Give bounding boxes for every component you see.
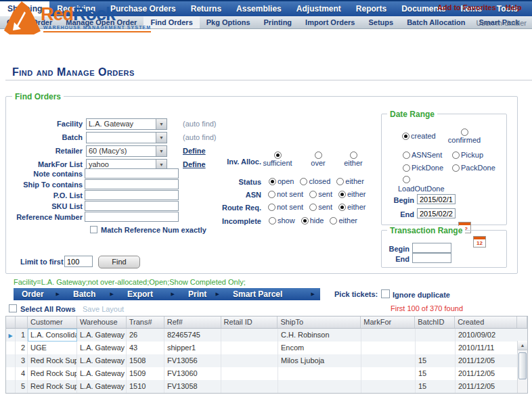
cell[interactable]: C.H. Robinson (278, 329, 361, 342)
cell[interactable]: Red Rock Supp (28, 367, 77, 380)
cell[interactable]: 15 (416, 367, 456, 380)
cell[interactable]: FV13056 (164, 354, 221, 367)
col-created[interactable]: Created (455, 316, 517, 328)
tab-adjustment[interactable]: Adjustment (289, 1, 349, 16)
col-warehouse[interactable]: Warehouse (77, 316, 127, 328)
cell[interactable]: 2011/12/05 (456, 367, 518, 380)
table-row[interactable]: 2 UGE L.A. Gateway 43 shipper1 Encom 201… (6, 342, 527, 354)
subtab-import-orders[interactable]: Import Orders (298, 16, 361, 28)
cell[interactable]: 26 (127, 329, 164, 342)
date-option-packdone[interactable]: PackDone (452, 164, 495, 172)
col-markfor[interactable]: MarkFor (361, 316, 415, 328)
date-option-pickdone[interactable]: PickDone (403, 164, 443, 172)
tab-reports[interactable]: Reports (349, 1, 394, 16)
col-shipto[interactable]: ShipTo (278, 316, 361, 328)
asn-option-sent[interactable]: sent (309, 190, 332, 198)
chevron-down-icon[interactable]: ▼ (156, 119, 167, 129)
cell[interactable]: Encom (278, 342, 361, 354)
subtab-find-orders[interactable]: Find Orders (143, 16, 199, 28)
route-req-option-either[interactable]: either (338, 203, 366, 211)
txn-begin-input[interactable] (412, 243, 451, 253)
cell[interactable]: L.A. Gateway (77, 354, 127, 367)
cell[interactable]: FV13058 (164, 380, 221, 393)
po-list-input[interactable] (85, 190, 179, 200)
col-retail-id[interactable]: Retail ID (221, 316, 278, 328)
col-customer[interactable]: Customer (28, 316, 77, 328)
cell[interactable]: 2011/12/05 (456, 354, 518, 367)
status-option-closed[interactable]: closed (300, 177, 330, 185)
cell[interactable]: 2011/12/05 (456, 380, 518, 393)
scrollbar-thumb[interactable] (518, 352, 527, 379)
cell[interactable]: 2010/09/02 (456, 329, 518, 342)
cell[interactable] (221, 354, 278, 367)
save-layout-link[interactable]: Save Layout (83, 305, 124, 313)
status-option-either[interactable]: either (336, 177, 364, 185)
batch-select[interactable]: ▼ (86, 132, 167, 143)
inv-alloc-option-sufficient[interactable]: sufficient (259, 151, 296, 167)
reference-number-input[interactable] (85, 212, 179, 222)
cell[interactable] (221, 342, 278, 354)
table-row[interactable]: ▶ 1 L.A. Consolidat L.A. Gateway 26 8246… (6, 329, 527, 342)
retailer-select[interactable]: 60 (Macy's)▼ (86, 145, 167, 157)
subtab-pkg-options[interactable]: Pkg Options (200, 16, 257, 28)
note-contains-input[interactable] (85, 168, 179, 179)
date-option-loadoutdone[interactable] (403, 175, 410, 183)
subtab-setups[interactable]: Setups (361, 16, 400, 28)
ship-to-contains-input[interactable] (85, 179, 179, 189)
cell[interactable]: 1508 (127, 354, 164, 367)
cell[interactable]: L.A. Gateway (77, 329, 127, 342)
cell[interactable]: Milos Ljuboja (278, 354, 361, 367)
cell[interactable] (361, 329, 416, 342)
route-req-option-not-sent[interactable]: not sent (268, 203, 303, 211)
print-menu-button[interactable]: Print▶ (180, 288, 225, 300)
cell[interactable]: 43 (127, 342, 164, 354)
cell[interactable]: 1509 (127, 367, 164, 380)
retailer-define-link[interactable]: Define (183, 147, 206, 155)
col-batchid[interactable]: BatchID (415, 316, 455, 328)
cell[interactable]: L.A. Gateway (77, 367, 127, 380)
sku-list-input[interactable] (85, 201, 179, 211)
facility-select[interactable]: L.A. Gateway▼ (86, 118, 167, 130)
cell[interactable]: 15 (416, 354, 456, 367)
export-menu-button[interactable]: Export▶ (119, 288, 180, 300)
cell[interactable]: FV13060 (164, 367, 221, 380)
subtab-batch-allocation[interactable]: Batch Allocation (400, 16, 472, 28)
chevron-down-icon[interactable]: ▼ (156, 133, 167, 143)
table-row[interactable]: 5 Red Rock Supp L.A. Gateway 1510 FV1305… (6, 380, 527, 393)
tab-returns[interactable]: Returns (183, 1, 229, 16)
date-option-created[interactable]: created (402, 132, 436, 140)
cell[interactable]: 15 (416, 380, 456, 393)
txn-end-input[interactable] (412, 253, 451, 263)
scroll-up-button[interactable]: ▲ (518, 341, 527, 350)
status-option-open[interactable]: open (269, 177, 294, 185)
cell[interactable] (278, 367, 361, 380)
find-button[interactable]: Find (98, 256, 140, 268)
batch-menu-button[interactable]: Batch▶ (65, 288, 119, 300)
route-req-option-sent[interactable]: sent (309, 203, 332, 211)
add-to-favorites-link[interactable]: Add to Favorites (437, 3, 496, 11)
cell[interactable] (361, 380, 416, 393)
cell[interactable] (221, 367, 278, 380)
markfor-define-link[interactable]: Define (183, 160, 206, 168)
cell[interactable] (361, 354, 416, 367)
inv-alloc-option-over[interactable]: over (307, 151, 330, 167)
incomplete-option-show[interactable]: show (269, 216, 295, 225)
date-begin-input[interactable] (417, 194, 456, 204)
date-option-confirmed[interactable]: confirmed (443, 128, 485, 144)
cell[interactable] (361, 342, 416, 354)
cell[interactable]: L.A. Consolidat (28, 329, 77, 342)
asn-option-either[interactable]: either (338, 190, 366, 198)
vertical-scrollbar[interactable]: ▲ (517, 341, 527, 393)
limit-input[interactable] (64, 256, 93, 267)
subtab-printing[interactable]: Printing (257, 16, 299, 28)
cell[interactable]: 82465745 (164, 329, 221, 342)
chevron-down-icon[interactable]: ▼ (156, 146, 167, 156)
ignore-duplicate-checkbox[interactable] (381, 289, 390, 298)
col-trans[interactable]: Trans# (127, 316, 164, 328)
date-option-asnsent[interactable]: ASNSent (403, 151, 442, 159)
incomplete-option-hide[interactable]: hide (301, 216, 324, 225)
cell[interactable]: L.A. Gateway (77, 380, 127, 393)
date-option-pickup[interactable]: Pickup (452, 151, 483, 159)
table-row[interactable]: 4 Red Rock Supp L.A. Gateway 1509 FV1306… (6, 367, 527, 380)
table-row[interactable]: 3 Red Rock Supp L.A. Gateway 1508 FV1305… (6, 354, 527, 367)
